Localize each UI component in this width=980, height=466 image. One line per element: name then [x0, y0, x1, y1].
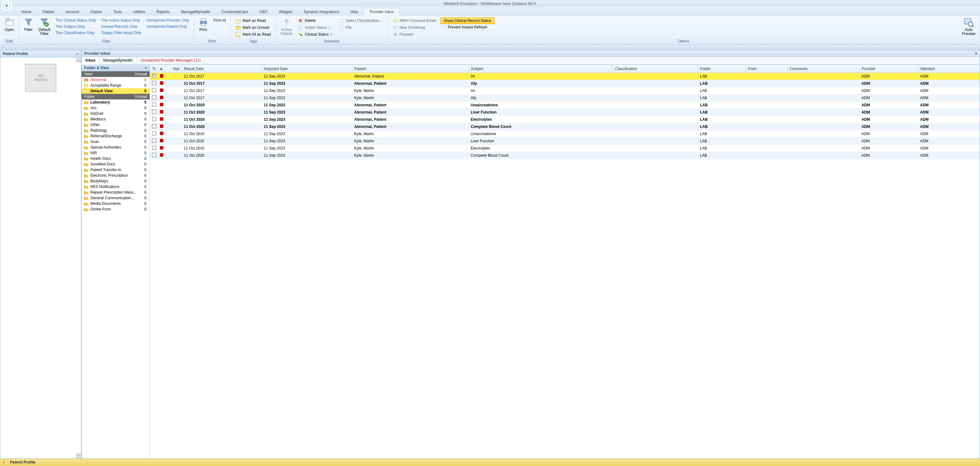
clinical-status-button[interactable]: Clinical Status▼ [296, 31, 334, 38]
printer-icon [198, 17, 208, 27]
select-classification[interactable]: Select Classification... [337, 17, 384, 24]
filter-col3: Unmatched Provider Only Unmatched Patien… [144, 17, 191, 30]
filter-unmatched-patient[interactable]: Unmatched Patient Only [145, 24, 190, 30]
mmh-compose[interactable]: MMH Compose Email [391, 17, 438, 24]
action-status-button[interactable]: Action Status▼ [296, 24, 334, 31]
active-patient-button[interactable]: Active Patient [278, 17, 295, 37]
filter-clinical-status[interactable]: This Clinical Status Only [54, 17, 97, 24]
menu-tab-help[interactable]: Help [345, 8, 364, 16]
ribbon-group-edit: Open Edit [0, 16, 19, 45]
filter-button[interactable]: Filter [21, 17, 36, 33]
mark-all-as-read[interactable]: Mark All as Read [234, 31, 273, 38]
svg-point-14 [301, 34, 302, 36]
print-button[interactable]: Print [196, 17, 211, 33]
filter-action-status[interactable]: This Action Status Only [100, 17, 142, 24]
title-bar: Medtech Evolution - Middleware New Zeala… [0, 0, 980, 7]
classification-icon [339, 18, 344, 23]
svg-rect-15 [339, 19, 343, 22]
filter-subject[interactable]: This Subject Only [54, 24, 97, 30]
ribbon-group-filter: Filter Default Filter This Clinical Stat… [19, 16, 194, 45]
screening-icon [393, 25, 398, 30]
clinical-status-icon [298, 32, 303, 37]
delete-icon [298, 18, 303, 23]
envelope-open-icon [235, 18, 240, 23]
default-filter-button[interactable]: Default Filter [36, 17, 53, 37]
menu-tab-home[interactable]: Home [16, 8, 37, 16]
svg-rect-2 [6, 20, 13, 25]
action-status-icon [298, 25, 303, 30]
svg-rect-17 [393, 19, 397, 22]
menu-tab-connectedcare[interactable]: ConnectedCare [216, 8, 253, 16]
menu-tab-cbit[interactable]: CBIT [253, 8, 273, 16]
svg-rect-7 [202, 24, 205, 25]
file-icon [339, 25, 344, 30]
ribbon-group-selection: Active Patient Delete Action Status▼ Cli… [276, 16, 388, 45]
file-button[interactable]: File [337, 24, 384, 31]
forward-button[interactable]: Forward [391, 31, 438, 38]
ribbon: Open Edit Filter Default Filter This Cli… [0, 16, 980, 45]
ribbon-expander[interactable]: ⌄ [0, 45, 980, 49]
funnel-check-icon [40, 17, 49, 27]
filter-unmatched-provider[interactable]: Unmatched Provider Only [145, 17, 190, 24]
auto-preview-button[interactable]: Auto Preview [959, 17, 978, 37]
chevron-down-icon: ▼ [330, 33, 332, 36]
envelope-icon [235, 25, 240, 30]
ribbon-group-others: MMH Compose Email New Screening Forward … [388, 16, 980, 45]
menu-tab-account[interactable]: Account [60, 8, 84, 16]
delete-button[interactable]: Delete [296, 17, 334, 24]
svg-rect-11 [237, 33, 240, 36]
menu-tab-tools[interactable]: Tools [107, 8, 127, 16]
svg-point-13 [299, 33, 301, 35]
svg-rect-3 [6, 19, 9, 20]
menu-tab-utilities[interactable]: Utilities [127, 8, 151, 16]
open-icon [5, 17, 14, 27]
menu-tab-patient[interactable]: Patient [37, 8, 60, 16]
menu-tab-claims[interactable]: Claims [85, 8, 108, 16]
mark-as-unread[interactable]: Mark as Unread [234, 24, 273, 31]
magnifier-icon [964, 17, 974, 27]
svg-rect-16 [339, 25, 342, 29]
show-clinical-record-status[interactable]: Show Clinical Record Status [440, 17, 495, 24]
filter-unread[interactable]: Unread Records Only [100, 24, 142, 30]
menu-tab-provider-inbox[interactable]: Provider Inbox [364, 8, 399, 16]
filter-col2: This Action Status Only Unread Records O… [99, 17, 144, 37]
ribbon-group-tags: Mark as Read Mark as Unread Mark All as … [231, 16, 276, 45]
menu-tab-managemyhealth[interactable]: ManageMyHealth [175, 8, 216, 16]
arrow-up-icon [282, 17, 292, 27]
ribbon-group-print: Print Print All Print [194, 16, 231, 45]
svg-rect-6 [202, 19, 205, 21]
filter-todays[interactable]: Todays Filed result Only [100, 30, 142, 36]
menu-tab-widgets[interactable]: Widgets [274, 8, 298, 16]
chevron-down-icon: ▼ [328, 26, 331, 29]
svg-point-20 [969, 22, 973, 26]
app-title: Medtech Evolution - Middleware New Zeala… [444, 1, 536, 6]
filter-classification[interactable]: This Classification Only [54, 30, 97, 36]
svg-point-1 [5, 5, 8, 7]
forward-icon [393, 32, 398, 37]
menu-tabs: HomePatientAccountClaimsToolsUtilitiesRe… [0, 7, 980, 16]
funnel-icon [24, 17, 33, 27]
print-all-button[interactable]: Print All [212, 17, 228, 24]
compose-icon [393, 18, 398, 23]
new-screening[interactable]: New Screening [391, 24, 438, 31]
envelope-all-icon [235, 32, 240, 37]
filter-col1: This Clinical Status Only This Subject O… [53, 17, 99, 37]
prevent-instant-refresh[interactable]: Prevent Instant Refresh [440, 24, 495, 30]
menu-tab-reports[interactable]: Reports [151, 8, 175, 16]
open-button[interactable]: Open [2, 17, 17, 33]
mark-as-read[interactable]: Mark as Read [234, 17, 273, 24]
menu-tab-dynamic-integrations[interactable]: Dynamic Integrations [298, 8, 345, 16]
